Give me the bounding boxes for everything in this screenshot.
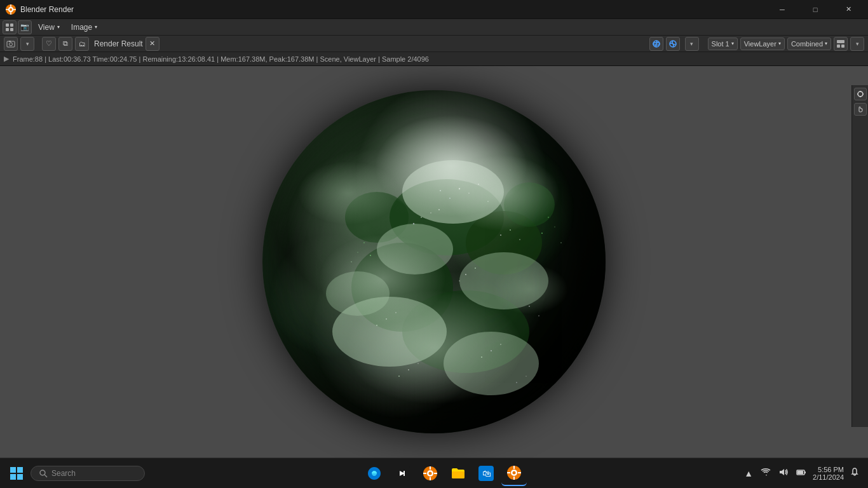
crosshair-tool[interactable] xyxy=(854,88,867,100)
svg-point-27 xyxy=(402,160,504,224)
start-button[interactable] xyxy=(5,462,28,485)
svg-point-46 xyxy=(465,274,466,275)
svg-point-24 xyxy=(402,290,529,373)
svg-rect-78 xyxy=(17,474,23,480)
svg-point-32 xyxy=(326,271,390,316)
status-arrow: ▶ xyxy=(4,55,9,63)
earth-sphere xyxy=(262,90,606,433)
system-tray: ▲ 5:56 PM 2/11/2024 xyxy=(743,466,863,481)
copy-icon[interactable]: ⧉ xyxy=(58,37,72,51)
close-render-icon[interactable]: ✕ xyxy=(146,37,159,51)
svg-rect-8 xyxy=(10,24,13,27)
svg-point-20 xyxy=(262,90,606,433)
search-label: Search xyxy=(51,469,76,478)
svg-rect-7 xyxy=(6,24,9,27)
svg-point-68 xyxy=(516,382,517,383)
window-title: Blender Render xyxy=(20,5,74,14)
svg-rect-77 xyxy=(10,474,16,480)
svg-point-79 xyxy=(40,470,45,475)
taskbar-edge[interactable] xyxy=(362,461,387,486)
dropdown-icon-btn[interactable]: ▾ xyxy=(20,37,34,51)
svg-point-62 xyxy=(357,252,358,252)
taskbar-apps: 🛍 xyxy=(147,461,740,486)
svg-rect-17 xyxy=(837,40,844,43)
folder-icon[interactable]: 🗂 xyxy=(75,37,89,51)
svg-point-38 xyxy=(487,201,489,202)
svg-point-66 xyxy=(417,363,418,363)
taskbar-capcut[interactable] xyxy=(390,461,415,486)
viewlayer-dropdown[interactable]: ViewLayer ▾ xyxy=(740,37,785,50)
svg-point-85 xyxy=(428,471,431,475)
volume-icon[interactable] xyxy=(777,466,790,480)
slot-chevron: ▾ xyxy=(731,41,734,46)
svg-point-57 xyxy=(548,217,549,218)
svg-point-48 xyxy=(459,280,459,281)
dropdown2-icon[interactable]: ▾ xyxy=(685,37,699,51)
svg-point-64 xyxy=(351,261,351,262)
svg-point-40 xyxy=(430,212,431,213)
taskbar-search[interactable]: Search xyxy=(31,466,145,481)
viewport xyxy=(0,66,868,458)
svg-point-52 xyxy=(529,306,530,307)
system-clock[interactable]: 5:56 PM 2/11/2024 xyxy=(813,466,844,481)
menu-view[interactable]: View ▾ xyxy=(33,22,65,33)
chevron-up-icon[interactable]: ▲ xyxy=(743,467,754,480)
svg-point-35 xyxy=(449,198,451,199)
svg-point-43 xyxy=(510,229,511,231)
svg-point-63 xyxy=(370,255,371,256)
svg-point-60 xyxy=(560,242,561,243)
svg-point-34 xyxy=(468,193,470,194)
svg-point-61 xyxy=(363,242,365,243)
svg-point-50 xyxy=(395,312,397,313)
menu-image[interactable]: Image ▾ xyxy=(66,22,102,33)
menu-bar: 📷 View ▾ Image ▾ xyxy=(0,19,868,36)
battery-icon[interactable] xyxy=(795,466,808,480)
svg-point-37 xyxy=(440,190,441,191)
svg-point-30 xyxy=(332,297,447,367)
render-sphere-icon[interactable] xyxy=(666,37,680,51)
image-chevron: ▾ xyxy=(95,24,97,30)
camera-icon-btn[interactable] xyxy=(4,37,18,51)
render-result-label: Render Result xyxy=(94,39,143,48)
svg-point-29 xyxy=(459,252,548,309)
layout-chevron[interactable]: ▾ xyxy=(850,37,864,51)
layout-icon[interactable] xyxy=(834,37,848,51)
svg-rect-18 xyxy=(837,44,840,48)
taskbar-blender-app[interactable] xyxy=(501,461,527,486)
status-bar: ▶ Frame:88 | Last:00:36.73 Time:00:24.75… xyxy=(0,52,868,66)
svg-point-36 xyxy=(478,184,479,185)
wifi-icon[interactable] xyxy=(759,466,772,480)
minimize-button[interactable]: ─ xyxy=(768,0,797,19)
view-chevron: ▾ xyxy=(57,24,60,30)
taskbar: Search xyxy=(0,458,868,488)
maximize-button[interactable]: □ xyxy=(801,0,830,19)
svg-point-49 xyxy=(386,318,387,320)
taskbar-blender-tray[interactable] xyxy=(417,461,443,486)
editor-type-icon[interactable] xyxy=(3,20,17,34)
svg-rect-76 xyxy=(17,467,23,473)
svg-point-94 xyxy=(512,471,515,474)
taskbar-store[interactable]: 🛍 xyxy=(473,461,499,486)
svg-point-59 xyxy=(541,233,543,234)
taskbar-files[interactable] xyxy=(445,461,471,486)
hand-tool[interactable] xyxy=(854,103,867,116)
svg-point-67 xyxy=(398,376,400,377)
clock-time: 5:56 PM xyxy=(813,466,844,473)
svg-point-47 xyxy=(475,268,476,269)
svg-rect-82 xyxy=(403,471,405,476)
svg-point-23 xyxy=(351,243,453,332)
svg-rect-101 xyxy=(797,471,803,474)
combined-dropdown[interactable]: Combined ▾ xyxy=(787,37,831,50)
notification-icon[interactable] xyxy=(849,466,860,480)
render-filter-icon[interactable] xyxy=(649,37,663,51)
svg-point-22 xyxy=(466,211,542,274)
slot-dropdown[interactable]: Slot 1 ▾ xyxy=(708,37,738,50)
svg-point-21 xyxy=(390,179,504,255)
svg-point-12 xyxy=(10,43,13,46)
blender-logo xyxy=(5,4,17,15)
render-type-icon[interactable]: 📷 xyxy=(18,20,32,34)
close-button[interactable]: ✕ xyxy=(834,0,863,19)
save-heart-icon[interactable]: ♡ xyxy=(42,37,56,51)
svg-rect-19 xyxy=(841,44,844,48)
svg-point-54 xyxy=(491,350,492,351)
